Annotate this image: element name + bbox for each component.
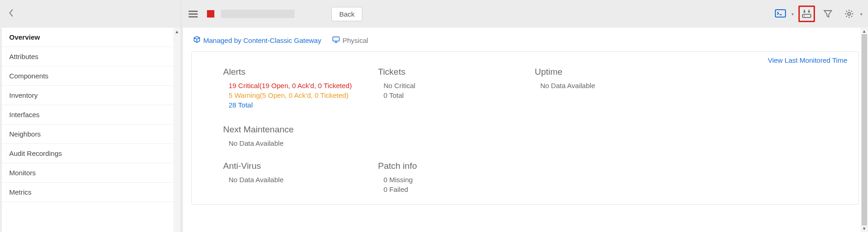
antivirus-body: No Data Available xyxy=(229,176,360,184)
sidebar-item-monitors[interactable]: Monitors xyxy=(2,163,173,183)
console-dropdown-caret[interactable]: ▾ xyxy=(791,12,794,17)
panel-row-3: Anti-Virus No Data Available Patch info … xyxy=(203,161,847,193)
svg-rect-2 xyxy=(803,14,811,18)
breadcrumb: Managed by Content-Classic Gateway Physi… xyxy=(191,36,859,45)
next-maintenance-body: No Data Available xyxy=(229,139,360,147)
back-button[interactable]: Back xyxy=(331,7,362,21)
svg-rect-0 xyxy=(775,10,785,17)
console-icon[interactable] xyxy=(772,6,789,22)
svg-point-3 xyxy=(804,16,805,17)
sidebar-list: Overview Attributes Components Inventory… xyxy=(2,28,173,232)
tickets-no-critical: No Critical xyxy=(384,82,516,89)
sidebar-item-overview[interactable]: Overview xyxy=(2,28,173,47)
alerts-total[interactable]: 28 Total xyxy=(229,101,360,109)
scroll-up-icon[interactable]: ▴ xyxy=(861,28,868,34)
monitor-icon xyxy=(332,36,340,44)
uptime-section: Uptime No Data Available xyxy=(535,67,673,109)
sidebar-item-attributes[interactable]: Attributes xyxy=(2,47,173,66)
tickets-section: Tickets No Critical 0 Total xyxy=(378,67,516,109)
panel-row-1: Alerts 19 Critical(19 Open, 0 Ack'd, 0 T… xyxy=(203,67,847,109)
patch-failed: 0 Failed xyxy=(384,185,516,193)
alerts-critical[interactable]: 19 Critical(19 Open, 0 Ack'd, 0 Ticketed… xyxy=(229,82,360,89)
breadcrumb-managed-by[interactable]: Managed by Content-Classic Gateway xyxy=(193,36,321,45)
tickets-title: Tickets xyxy=(378,67,516,77)
content-wrap: Managed by Content-Classic Gateway Physi… xyxy=(181,28,868,232)
toolbar: Back ▾ ▾ xyxy=(181,0,868,28)
antivirus-title: Anti-Virus xyxy=(223,161,360,171)
sidebar-item-audit-recordings[interactable]: Audit Recordings xyxy=(2,144,173,163)
sidebar-item-neighbors[interactable]: Neighbors xyxy=(2,125,173,144)
sidebar-item-components[interactable]: Components xyxy=(2,66,173,86)
patch-title: Patch info xyxy=(378,161,516,171)
sidebar-item-inventory[interactable]: Inventory xyxy=(2,86,173,105)
tickets-total: 0 Total xyxy=(384,91,516,99)
uptime-body: No Data Available xyxy=(540,82,673,89)
next-maintenance-title: Next Maintenance xyxy=(223,125,360,135)
panel-row-2: Next Maintenance No Data Available xyxy=(203,125,847,147)
gear-dropdown-caret[interactable]: ▾ xyxy=(860,12,862,17)
patch-section: Patch info 0 Missing 0 Failed xyxy=(378,161,516,193)
cube-icon xyxy=(193,36,201,45)
breadcrumb-physical: Physical xyxy=(332,36,368,44)
patch-missing: 0 Missing xyxy=(384,176,516,184)
scroll-thumb[interactable] xyxy=(862,34,867,226)
gear-icon[interactable] xyxy=(841,6,857,22)
sidebar: Overview Attributes Components Inventory… xyxy=(0,0,181,232)
back-chevron-icon[interactable] xyxy=(8,9,14,19)
sidebar-item-interfaces[interactable]: Interfaces xyxy=(2,105,173,125)
svg-point-4 xyxy=(848,12,850,15)
download-icon[interactable] xyxy=(798,6,815,22)
overview-panel: View Last Monitored Time Alerts 19 Criti… xyxy=(191,51,859,205)
sidebar-scrollbar[interactable]: ▴ xyxy=(173,28,181,232)
antivirus-section: Anti-Virus No Data Available xyxy=(203,161,360,193)
sidebar-body: Overview Attributes Components Inventory… xyxy=(0,28,181,232)
filter-icon[interactable] xyxy=(820,6,836,22)
app-root: Overview Attributes Components Inventory… xyxy=(0,0,868,232)
alerts-section: Alerts 19 Critical(19 Open, 0 Ack'd, 0 T… xyxy=(203,67,360,109)
panel-top-row: View Last Monitored Time xyxy=(203,56,847,64)
scroll-down-icon[interactable]: ▾ xyxy=(861,226,868,232)
content-scrollbar[interactable]: ▴ ▾ xyxy=(861,28,868,232)
alerts-title: Alerts xyxy=(223,67,360,77)
device-title-redacted xyxy=(221,10,295,18)
status-indicator xyxy=(207,10,214,18)
main: Back ▾ ▾ xyxy=(181,0,868,232)
view-last-monitored-link[interactable]: View Last Monitored Time xyxy=(768,56,847,64)
scroll-up-icon[interactable]: ▴ xyxy=(173,29,181,35)
sidebar-header xyxy=(0,0,181,28)
svg-rect-5 xyxy=(333,37,339,41)
breadcrumb-managed-by-label: Managed by Content-Classic Gateway xyxy=(203,36,321,44)
sidebar-item-metrics[interactable]: Metrics xyxy=(2,183,173,202)
breadcrumb-physical-label: Physical xyxy=(342,36,368,44)
uptime-title: Uptime xyxy=(535,67,673,77)
hamburger-icon[interactable] xyxy=(187,9,200,19)
next-maintenance-section: Next Maintenance No Data Available xyxy=(203,125,360,147)
content: Managed by Content-Classic Gateway Physi… xyxy=(183,28,861,232)
alerts-warning[interactable]: 5 Warning(5 Open, 0 Ack'd, 0 Ticketed) xyxy=(229,91,360,99)
